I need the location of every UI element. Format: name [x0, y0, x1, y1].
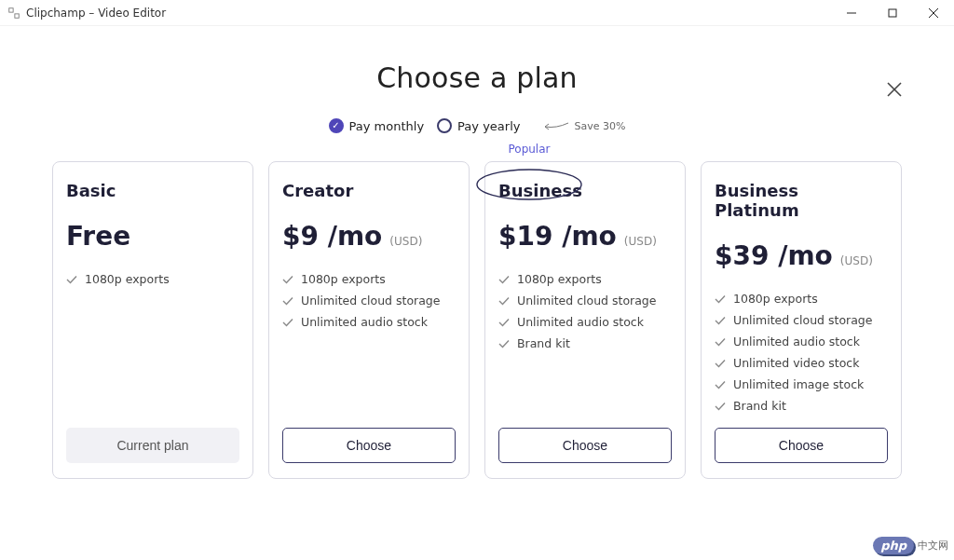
plan-price-row: Free — [66, 221, 239, 252]
svg-rect-1 — [15, 13, 19, 17]
check-icon — [715, 379, 726, 390]
maximize-button[interactable] — [872, 0, 913, 26]
plan-price: Free — [66, 221, 130, 252]
plan-price-row: $39 /mo (USD) — [715, 240, 888, 271]
plan-features: 1080p exports Unlimited cloud storage Un… — [498, 272, 672, 413]
plan-price-row: $9 /mo (USD) — [282, 221, 456, 252]
feature-item: 1080p exports — [715, 292, 888, 306]
app-icon — [7, 7, 20, 20]
check-icon — [715, 315, 726, 326]
plan-card-creator: Creator $9 /mo (USD) 1080p exports Unlim… — [268, 161, 470, 479]
check-icon — [715, 294, 726, 305]
plan-features: 1080p exports Unlimited cloud storage Un… — [715, 292, 888, 413]
choose-button[interactable]: Choose — [715, 428, 888, 463]
feature-item: 1080p exports — [282, 272, 456, 286]
svg-rect-3 — [889, 9, 896, 17]
feature-item: Brand kit — [715, 399, 888, 413]
plan-features: 1080p exports Unlimited cloud storage Un… — [282, 272, 456, 413]
check-icon — [282, 295, 293, 307]
feature-item: Unlimited image stock — [715, 377, 888, 391]
window-titlebar: Clipchamp – Video Editor — [0, 0, 954, 26]
pay-monthly-option[interactable]: Pay monthly — [329, 118, 425, 133]
feature-item: Brand kit — [498, 336, 672, 350]
plan-price: $9 /mo — [282, 221, 382, 252]
feature-item: Unlimited audio stock — [282, 315, 456, 329]
check-icon — [282, 317, 293, 328]
feature-item: Unlimited audio stock — [498, 315, 672, 329]
close-dialog-button[interactable] — [883, 78, 906, 101]
feature-item: Unlimited cloud storage — [715, 313, 888, 327]
watermark: php 中文网 — [873, 537, 948, 554]
titlebar-left: Clipchamp – Video Editor — [7, 7, 166, 20]
feature-item: Unlimited video stock — [715, 356, 888, 370]
plan-price: $39 /mo — [715, 240, 833, 271]
plan-card-basic: Basic Free 1080p exports Current plan — [52, 161, 253, 479]
window-controls — [831, 0, 954, 26]
svg-rect-0 — [9, 7, 13, 11]
plan-currency: (USD) — [389, 235, 422, 248]
popular-label: Popular — [142, 143, 917, 156]
plans-grid: Basic Free 1080p exports Current plan Cr… — [37, 161, 917, 479]
save-annotation: Save 30% — [542, 119, 625, 132]
plan-name: Business — [498, 181, 672, 200]
arrow-icon — [542, 119, 570, 132]
choose-button[interactable]: Choose — [282, 428, 456, 463]
plan-currency: (USD) — [840, 254, 873, 267]
window-title: Clipchamp – Video Editor — [26, 7, 166, 20]
watermark-text: 中文网 — [918, 539, 948, 553]
feature-item: Unlimited cloud storage — [498, 294, 672, 307]
plan-card-business-platinum: Business Platinum $39 /mo (USD) 1080p ex… — [701, 161, 902, 479]
check-icon — [498, 317, 510, 328]
check-icon — [282, 274, 293, 285]
check-icon — [498, 338, 510, 349]
radio-selected-icon — [329, 118, 344, 133]
plan-card-business: Business $19 /mo (USD) 1080p exports Unl… — [484, 161, 686, 479]
save-annotation-text: Save 30% — [574, 120, 625, 132]
check-icon — [715, 358, 726, 369]
radio-unselected-icon — [437, 118, 452, 133]
plan-name: Creator — [282, 181, 456, 200]
current-plan-button: Current plan — [66, 428, 239, 463]
content-area: Choose a plan Pay monthly Pay yearly Sav… — [0, 26, 954, 560]
plan-price-row: $19 /mo (USD) — [498, 221, 672, 252]
pay-yearly-option[interactable]: Pay yearly — [437, 118, 520, 133]
check-icon — [715, 336, 726, 348]
feature-item: 1080p exports — [498, 272, 672, 286]
plan-price: $19 /mo — [498, 221, 617, 252]
watermark-badge: php — [873, 537, 914, 554]
billing-toggle: Pay monthly Pay yearly Save 30% — [37, 118, 917, 133]
check-icon — [66, 274, 77, 285]
check-icon — [498, 295, 510, 307]
page-title: Choose a plan — [37, 61, 917, 94]
plan-name: Business Platinum — [715, 181, 888, 220]
plan-features: 1080p exports — [66, 272, 239, 413]
feature-item: Unlimited cloud storage — [282, 294, 456, 307]
pay-monthly-label: Pay monthly — [349, 119, 425, 133]
check-icon — [498, 274, 510, 285]
choose-button[interactable]: Choose — [498, 428, 672, 463]
check-icon — [715, 401, 726, 412]
feature-item: 1080p exports — [66, 272, 239, 286]
pay-yearly-label: Pay yearly — [457, 119, 520, 133]
plan-currency: (USD) — [624, 235, 657, 248]
minimize-button[interactable] — [831, 0, 872, 26]
feature-item: Unlimited audio stock — [715, 335, 888, 348]
window-close-button[interactable] — [913, 0, 954, 26]
plan-name: Basic — [66, 181, 239, 200]
